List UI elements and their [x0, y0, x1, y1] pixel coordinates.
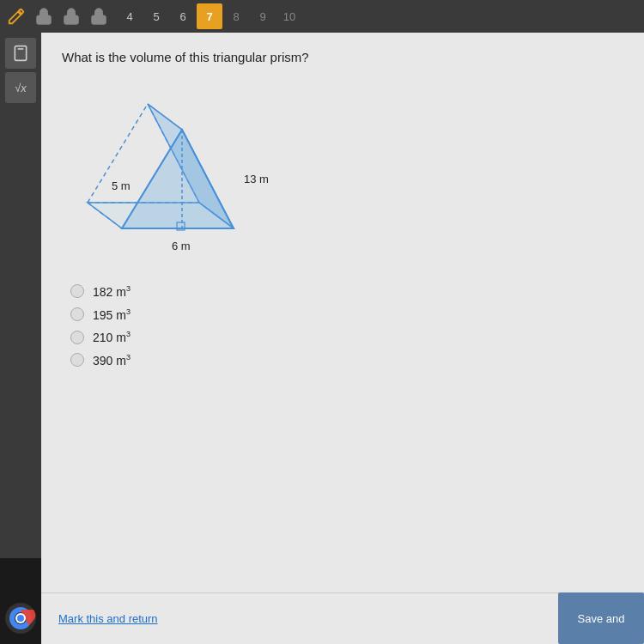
option-label-4: 390 m3 — [93, 353, 131, 368]
option-label-3: 210 m3 — [93, 330, 131, 344]
radio-1[interactable] — [70, 284, 84, 298]
tab-5[interactable]: 5 — [143, 3, 169, 29]
option-label-2: 195 m3 — [93, 307, 131, 322]
formula-button[interactable]: √x — [5, 72, 36, 103]
svg-marker-23 — [122, 130, 234, 228]
mark-return-link[interactable]: Mark this and return — [58, 612, 158, 625]
pencil-icon[interactable] — [3, 3, 29, 29]
tab-9[interactable]: 9 — [250, 3, 276, 29]
svg-text:13 m: 13 m — [244, 173, 269, 185]
lock-icon-3[interactable] — [86, 3, 112, 29]
option-label-1: 182 m3 — [93, 284, 131, 299]
lock-icon-2[interactable] — [58, 3, 84, 29]
tab-number-list: 4 5 6 7 8 9 10 — [117, 3, 302, 29]
prism-diagram: 5 m 6 m 13 m — [70, 78, 311, 267]
option-4[interactable]: 390 m3 — [70, 353, 623, 368]
radio-3[interactable] — [70, 331, 84, 344]
tab-7[interactable]: 7 — [197, 3, 222, 29]
radio-2[interactable] — [70, 307, 84, 321]
tab-10[interactable]: 10 — [276, 3, 302, 29]
svg-point-32 — [17, 615, 24, 622]
svg-rect-1 — [64, 15, 79, 24]
content-area: What is the volume of this triangular pr… — [41, 33, 644, 592]
chrome-icon[interactable] — [5, 603, 36, 634]
radio-4[interactable] — [70, 353, 84, 367]
tab-4[interactable]: 4 — [117, 3, 143, 29]
tab-8[interactable]: 8 — [223, 3, 249, 29]
option-1[interactable]: 182 m3 — [70, 284, 623, 299]
svg-text:6 m: 6 m — [172, 240, 191, 252]
lock-icon-1[interactable] — [31, 3, 57, 29]
option-3[interactable]: 210 m3 — [70, 330, 623, 344]
sidebar: √x — [0, 33, 41, 617]
toolbar: 4 5 6 7 8 9 10 — [0, 0, 644, 33]
save-button[interactable]: Save and — [558, 592, 644, 644]
bottom-bar: Mark this and return Save and — [41, 592, 644, 644]
chrome-bar — [0, 558, 41, 644]
svg-rect-2 — [92, 15, 106, 24]
calculator-button[interactable] — [5, 38, 36, 69]
tab-6[interactable]: 6 — [170, 3, 196, 29]
question-text: What is the volume of this triangular pr… — [62, 50, 623, 64]
svg-text:5 m: 5 m — [112, 179, 131, 192]
svg-rect-0 — [37, 15, 52, 24]
answer-options: 182 m3 195 m3 210 m3 390 m3 — [62, 284, 623, 368]
option-2[interactable]: 195 m3 — [70, 307, 623, 322]
